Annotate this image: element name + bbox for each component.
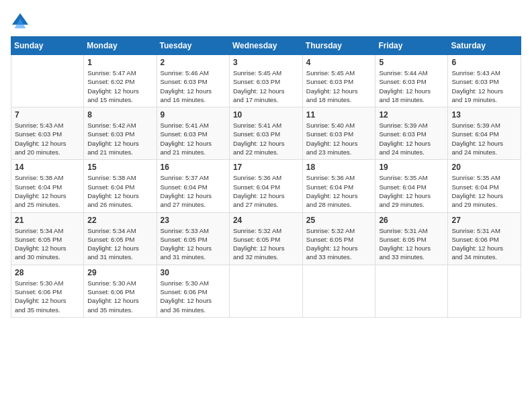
- calendar-cell: 5Sunrise: 5:44 AM Sunset: 6:03 PM Daylig…: [375, 55, 448, 107]
- day-info: Sunrise: 5:30 AM Sunset: 6:06 PM Dayligh…: [161, 279, 226, 314]
- day-number: 29: [87, 268, 152, 277]
- calendar-cell: 18Sunrise: 5:36 AM Sunset: 6:04 PM Dayli…: [302, 160, 375, 212]
- calendar-cell: 23Sunrise: 5:33 AM Sunset: 6:05 PM Dayli…: [157, 212, 229, 265]
- calendar-cell: 25Sunrise: 5:32 AM Sunset: 6:05 PM Dayli…: [302, 212, 375, 265]
- calendar-cell: 1Sunrise: 5:47 AM Sunset: 6:02 PM Daylig…: [84, 55, 157, 107]
- calendar-cell: 11Sunrise: 5:40 AM Sunset: 6:03 PM Dayli…: [302, 107, 375, 160]
- day-number: 2: [161, 58, 226, 67]
- day-number: 27: [451, 216, 517, 225]
- day-number: 11: [306, 110, 372, 120]
- day-info: Sunrise: 5:38 AM Sunset: 6:04 PM Dayligh…: [87, 173, 152, 209]
- calendar-cell: 7Sunrise: 5:43 AM Sunset: 6:03 PM Daylig…: [11, 107, 84, 160]
- calendar-cell: [302, 265, 375, 317]
- day-number: 17: [233, 163, 299, 172]
- calendar-cell: 2Sunrise: 5:46 AM Sunset: 6:03 PM Daylig…: [157, 55, 229, 107]
- calendar-cell: 17Sunrise: 5:36 AM Sunset: 6:04 PM Dayli…: [229, 160, 302, 212]
- calendar-cell: [229, 265, 302, 317]
- day-info: Sunrise: 5:30 AM Sunset: 6:06 PM Dayligh…: [87, 279, 152, 314]
- day-number: 20: [451, 163, 517, 172]
- calendar-cell: [375, 265, 448, 317]
- day-number: 14: [15, 163, 80, 172]
- logo-icon: [11, 12, 30, 31]
- logo: [11, 11, 32, 31]
- calendar-cell: 8Sunrise: 5:42 AM Sunset: 6:03 PM Daylig…: [84, 107, 157, 160]
- day-number: 30: [161, 268, 226, 277]
- calendar-cell: [11, 55, 84, 107]
- calendar-header-wednesday: Wednesday: [229, 37, 302, 55]
- calendar-header-thursday: Thursday: [302, 37, 375, 55]
- calendar-cell: 10Sunrise: 5:41 AM Sunset: 6:03 PM Dayli…: [229, 107, 302, 160]
- day-info: Sunrise: 5:31 AM Sunset: 6:05 PM Dayligh…: [379, 226, 444, 262]
- day-number: 7: [15, 110, 80, 120]
- day-number: 3: [233, 58, 299, 67]
- day-number: 24: [233, 216, 299, 225]
- day-info: Sunrise: 5:31 AM Sunset: 6:06 PM Dayligh…: [451, 226, 517, 262]
- day-info: Sunrise: 5:42 AM Sunset: 6:03 PM Dayligh…: [87, 121, 152, 156]
- calendar-header-saturday: Saturday: [448, 37, 521, 55]
- calendar-cell: 28Sunrise: 5:30 AM Sunset: 6:06 PM Dayli…: [11, 265, 84, 317]
- page-header: [11, 11, 521, 31]
- calendar-cell: 15Sunrise: 5:38 AM Sunset: 6:04 PM Dayli…: [84, 160, 157, 212]
- calendar-cell: 4Sunrise: 5:45 AM Sunset: 6:03 PM Daylig…: [302, 55, 375, 107]
- calendar-cell: 21Sunrise: 5:34 AM Sunset: 6:05 PM Dayli…: [11, 212, 84, 265]
- day-number: 9: [161, 110, 226, 120]
- day-number: 15: [87, 163, 152, 172]
- calendar-week-3: 14Sunrise: 5:38 AM Sunset: 6:04 PM Dayli…: [11, 160, 521, 212]
- calendar-cell: 29Sunrise: 5:30 AM Sunset: 6:06 PM Dayli…: [84, 265, 157, 317]
- day-number: 21: [15, 216, 80, 225]
- day-info: Sunrise: 5:32 AM Sunset: 6:05 PM Dayligh…: [233, 226, 299, 262]
- calendar-cell: 24Sunrise: 5:32 AM Sunset: 6:05 PM Dayli…: [229, 212, 302, 265]
- day-number: 22: [87, 216, 152, 225]
- day-info: Sunrise: 5:36 AM Sunset: 6:04 PM Dayligh…: [233, 173, 299, 209]
- day-info: Sunrise: 5:37 AM Sunset: 6:04 PM Dayligh…: [161, 173, 226, 209]
- day-info: Sunrise: 5:47 AM Sunset: 6:02 PM Dayligh…: [87, 68, 152, 104]
- calendar-cell: 27Sunrise: 5:31 AM Sunset: 6:06 PM Dayli…: [448, 212, 521, 265]
- day-info: Sunrise: 5:33 AM Sunset: 6:05 PM Dayligh…: [161, 226, 226, 262]
- day-info: Sunrise: 5:39 AM Sunset: 6:03 PM Dayligh…: [379, 121, 444, 156]
- day-number: 1: [87, 58, 152, 67]
- day-info: Sunrise: 5:43 AM Sunset: 6:03 PM Dayligh…: [451, 68, 517, 104]
- day-info: Sunrise: 5:46 AM Sunset: 6:03 PM Dayligh…: [161, 68, 226, 104]
- calendar-header-sunday: Sunday: [11, 37, 84, 55]
- calendar-header-tuesday: Tuesday: [157, 37, 229, 55]
- calendar-cell: 22Sunrise: 5:34 AM Sunset: 6:05 PM Dayli…: [84, 212, 157, 265]
- day-number: 10: [233, 110, 299, 120]
- day-info: Sunrise: 5:39 AM Sunset: 6:04 PM Dayligh…: [451, 121, 517, 156]
- calendar-cell: 14Sunrise: 5:38 AM Sunset: 6:04 PM Dayli…: [11, 160, 84, 212]
- calendar-cell: [448, 265, 521, 317]
- calendar-cell: 16Sunrise: 5:37 AM Sunset: 6:04 PM Dayli…: [157, 160, 229, 212]
- day-number: 4: [306, 58, 372, 67]
- calendar-table: SundayMondayTuesdayWednesdayThursdayFrid…: [11, 36, 521, 318]
- day-number: 18: [306, 163, 372, 172]
- calendar-cell: 30Sunrise: 5:30 AM Sunset: 6:06 PM Dayli…: [157, 265, 229, 317]
- day-number: 6: [451, 58, 517, 67]
- day-info: Sunrise: 5:41 AM Sunset: 6:03 PM Dayligh…: [161, 121, 226, 156]
- day-number: 28: [15, 268, 80, 277]
- day-number: 26: [379, 216, 444, 225]
- day-info: Sunrise: 5:35 AM Sunset: 6:04 PM Dayligh…: [451, 173, 517, 209]
- day-number: 19: [379, 163, 444, 172]
- day-number: 13: [451, 110, 517, 120]
- calendar-header-monday: Monday: [84, 37, 157, 55]
- calendar-week-2: 7Sunrise: 5:43 AM Sunset: 6:03 PM Daylig…: [11, 107, 521, 160]
- calendar-header-row: SundayMondayTuesdayWednesdayThursdayFrid…: [11, 37, 521, 55]
- day-info: Sunrise: 5:45 AM Sunset: 6:03 PM Dayligh…: [233, 68, 299, 104]
- day-info: Sunrise: 5:34 AM Sunset: 6:05 PM Dayligh…: [87, 226, 152, 262]
- calendar-cell: 19Sunrise: 5:35 AM Sunset: 6:04 PM Dayli…: [375, 160, 448, 212]
- calendar-cell: 6Sunrise: 5:43 AM Sunset: 6:03 PM Daylig…: [448, 55, 521, 107]
- day-number: 5: [379, 58, 444, 67]
- day-number: 23: [161, 216, 226, 225]
- day-info: Sunrise: 5:35 AM Sunset: 6:04 PM Dayligh…: [379, 173, 444, 209]
- day-number: 8: [87, 110, 152, 120]
- calendar-week-1: 1Sunrise: 5:47 AM Sunset: 6:02 PM Daylig…: [11, 55, 521, 107]
- day-info: Sunrise: 5:32 AM Sunset: 6:05 PM Dayligh…: [306, 226, 372, 262]
- day-info: Sunrise: 5:45 AM Sunset: 6:03 PM Dayligh…: [306, 68, 372, 104]
- calendar-cell: 13Sunrise: 5:39 AM Sunset: 6:04 PM Dayli…: [448, 107, 521, 160]
- day-info: Sunrise: 5:34 AM Sunset: 6:05 PM Dayligh…: [15, 226, 80, 262]
- day-info: Sunrise: 5:36 AM Sunset: 6:04 PM Dayligh…: [306, 173, 372, 209]
- calendar-cell: 26Sunrise: 5:31 AM Sunset: 6:05 PM Dayli…: [375, 212, 448, 265]
- day-info: Sunrise: 5:41 AM Sunset: 6:03 PM Dayligh…: [233, 121, 299, 156]
- day-info: Sunrise: 5:43 AM Sunset: 6:03 PM Dayligh…: [15, 121, 80, 156]
- day-number: 16: [161, 163, 226, 172]
- calendar-cell: 3Sunrise: 5:45 AM Sunset: 6:03 PM Daylig…: [229, 55, 302, 107]
